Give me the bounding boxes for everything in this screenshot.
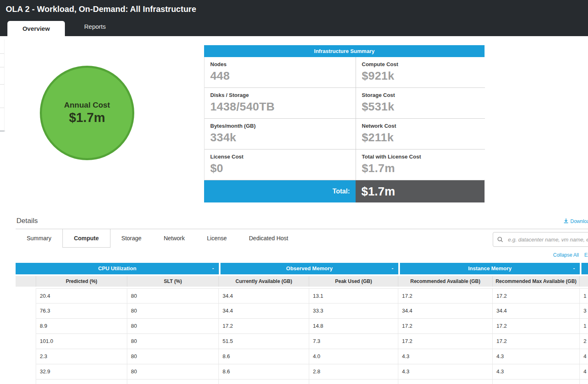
table-row[interactable]: 2.3 80 8.6 4.0 4.3 4.3 4 bbox=[16, 349, 588, 364]
group-label: Instance Memory bbox=[468, 265, 512, 271]
annual-cost-label: Annual Cost bbox=[64, 101, 110, 110]
row-expander-cell bbox=[16, 349, 36, 364]
cell-recommended-available: 17.2 bbox=[398, 334, 493, 349]
subheader-predicted: Predicted (%) bbox=[36, 276, 127, 287]
collapse-all-link[interactable]: Collapse All bbox=[553, 252, 579, 258]
cell-clipped: 1 bbox=[580, 288, 588, 304]
compute-details-table: CPU Utilization - Observed Memory - Inst… bbox=[16, 263, 588, 384]
details-tabs: Summary Compute Storage Network License … bbox=[16, 229, 299, 248]
cell-predicted: 20.4 bbox=[36, 288, 127, 304]
cell-recommended-max: 4.3 bbox=[493, 349, 580, 364]
row-expander-cell bbox=[16, 288, 36, 304]
cell-currently-available: 34.4 bbox=[219, 304, 309, 319]
collapse-group-icon[interactable]: - bbox=[392, 263, 393, 274]
cell-slt: 80 bbox=[127, 288, 219, 304]
cell-predicted: 101.0 bbox=[36, 334, 127, 349]
cell-peak-used: 14.8 bbox=[309, 319, 398, 334]
tab-dedicated-host[interactable]: Dedicated Host bbox=[238, 229, 299, 248]
cell-value: $211k bbox=[362, 131, 479, 144]
table-row[interactable]: 101.0 80 51.5 7.3 17.2 17.2 2 bbox=[16, 334, 588, 349]
cell-currently-available: 17.2 bbox=[219, 319, 309, 334]
cell-recommended-available: 4.3 bbox=[398, 349, 493, 364]
cell-value: 334k bbox=[210, 131, 350, 144]
summary-cell-disks-storage: Disks / Storage 1438/540TB bbox=[204, 88, 356, 119]
cell-predicted: 8.9 bbox=[36, 319, 127, 334]
page-title: OLA 2 - Workload, On-Demand: All Infrast… bbox=[0, 0, 588, 18]
cell-peak-used: 2.8 bbox=[309, 364, 398, 379]
cell-predicted: 32.9 bbox=[36, 364, 127, 379]
search-icon bbox=[497, 236, 503, 244]
cell-slt: 80 bbox=[127, 334, 219, 349]
subheader-clipped bbox=[580, 276, 588, 287]
row-expander-cell bbox=[16, 364, 36, 379]
cell-peak-used: 33.3 bbox=[309, 304, 398, 319]
collapse-group-icon[interactable]: - bbox=[573, 263, 575, 274]
cell-slt: 80 bbox=[127, 349, 219, 364]
cell-label: Network Cost bbox=[362, 123, 479, 129]
cell-currently-available bbox=[219, 379, 309, 384]
subheader-peak-used: Peak Used (GB) bbox=[309, 276, 398, 287]
group-cpu-utilization: CPU Utilization - bbox=[16, 263, 219, 274]
subheader-recommended-max: Recommended Max Available (GB) bbox=[493, 276, 580, 287]
tab-summary[interactable]: Summary bbox=[16, 229, 62, 248]
cell-clipped: 3 bbox=[580, 304, 588, 319]
table-group-header-row: CPU Utilization - Observed Memory - Inst… bbox=[16, 263, 588, 274]
tab-overview[interactable]: Overview bbox=[7, 21, 65, 36]
total-value: $1.7m bbox=[356, 180, 485, 202]
cell-currently-available: 34.4 bbox=[219, 288, 309, 304]
infrastructure-summary-grid: Nodes 448 Compute Cost $921k Disks / Sto… bbox=[204, 57, 485, 180]
collapse-group-icon[interactable]: - bbox=[212, 263, 214, 274]
group-observed-memory: Observed Memory - bbox=[219, 263, 398, 274]
download-icon bbox=[563, 218, 569, 225]
group-instance-memory: Instance Memory - bbox=[398, 263, 580, 274]
cell-currently-available: 51.5 bbox=[219, 334, 309, 349]
expand-all-link[interactable]: Expand All bbox=[584, 252, 588, 258]
search-input[interactable] bbox=[493, 232, 588, 247]
cell-recommended-max: 17.2 bbox=[493, 319, 580, 334]
cell-label: Storage Cost bbox=[362, 92, 479, 98]
total-label: Total: bbox=[204, 180, 356, 202]
cell-peak-used: 4.0 bbox=[309, 349, 398, 364]
cell-recommended-max: 17.2 bbox=[493, 334, 580, 349]
cell-recommended-available: 4.3 bbox=[398, 364, 493, 379]
cell-recommended-available: 34.4 bbox=[398, 304, 493, 319]
subheader-currently-available: Currently Available (GB) bbox=[219, 276, 309, 287]
table-row-partial[interactable] bbox=[16, 379, 588, 384]
search-box bbox=[493, 232, 588, 247]
tab-license[interactable]: License bbox=[196, 229, 238, 248]
row-expander-cell bbox=[16, 304, 36, 319]
infrastructure-summary-title: Infrastructure Summary bbox=[204, 45, 485, 57]
cell-currently-available: 8.6 bbox=[219, 364, 309, 379]
group-label: Observed Memory bbox=[286, 265, 333, 271]
table-row[interactable]: 8.9 80 17.2 14.8 17.2 17.2 1 bbox=[16, 319, 588, 334]
table-row[interactable]: 32.9 80 8.6 2.8 4.3 4.3 4 bbox=[16, 364, 588, 379]
summary-cell-storage-cost: Storage Cost $531k bbox=[356, 88, 485, 119]
tab-network[interactable]: Network bbox=[153, 229, 196, 248]
cell-recommended-max: 17.2 bbox=[493, 288, 580, 304]
group-clipped bbox=[580, 263, 588, 274]
row-expander-cell bbox=[16, 319, 36, 334]
cell-slt: 80 bbox=[127, 364, 219, 379]
summary-cell-total-with-license: Total with License Cost $1.7m bbox=[356, 149, 485, 180]
cell-value: $0 bbox=[210, 162, 350, 175]
tab-compute[interactable]: Compute bbox=[62, 229, 110, 248]
cell-slt bbox=[127, 379, 219, 384]
cell-label: Disks / Storage bbox=[210, 92, 350, 98]
download-label: Download bbox=[570, 218, 588, 224]
cell-predicted bbox=[36, 379, 127, 384]
row-expander-cell bbox=[16, 334, 36, 349]
cell-predicted: 2.3 bbox=[36, 349, 127, 364]
tab-storage[interactable]: Storage bbox=[110, 229, 153, 248]
table-collapse-links: Collapse All Expand All bbox=[553, 252, 588, 258]
summary-total-row: Total: $1.7m bbox=[204, 180, 485, 202]
table-row[interactable]: 20.4 80 34.4 13.1 17.2 17.2 1 bbox=[16, 288, 588, 304]
table-row[interactable]: 76.3 80 34.4 33.3 34.4 34.4 3 bbox=[16, 304, 588, 319]
summary-cell-nodes: Nodes 448 bbox=[204, 57, 356, 88]
download-link[interactable]: Download bbox=[563, 218, 588, 225]
cell-clipped: 4 bbox=[580, 364, 588, 379]
main-tabstrip: Overview Reports bbox=[0, 18, 588, 36]
cell-label: Nodes bbox=[210, 61, 350, 67]
cell-slt: 80 bbox=[127, 304, 219, 319]
infrastructure-summary-panel: Infrastructure Summary Nodes 448 Compute… bbox=[204, 45, 485, 202]
tab-reports[interactable]: Reports bbox=[78, 18, 112, 36]
